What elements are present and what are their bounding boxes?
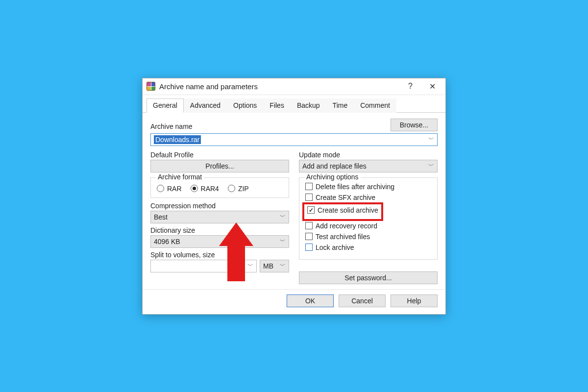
compression-method-label: Compression method	[150, 202, 289, 210]
tab-time[interactable]: Time	[326, 98, 354, 113]
help-icon[interactable]: ?	[399, 79, 421, 93]
dialog-title: Archive name and parameters	[159, 82, 399, 91]
chevron-down-icon: ﹀	[428, 135, 434, 144]
tab-panel-general: Archive name Browse... Downloads.rar ﹀ D…	[143, 113, 445, 289]
checkbox-icon	[307, 206, 315, 214]
default-profile-label: Default Profile	[150, 151, 289, 159]
compression-method-combo[interactable]: Best ﹀	[150, 211, 289, 223]
option-create-sfx-archive[interactable]: Create SFX archive	[305, 194, 431, 201]
split-size-combo[interactable]: ﹀	[150, 260, 257, 272]
ok-button[interactable]: OK	[287, 294, 334, 307]
set-password-button[interactable]: Set password...	[299, 271, 438, 284]
archive-name-label: Archive name	[150, 122, 386, 130]
archive-format-group: Archive format RARRAR4ZIP	[150, 177, 289, 198]
chevron-down-icon: ﹀	[280, 213, 286, 221]
checkbox-icon	[305, 222, 313, 229]
dictionary-size-combo[interactable]: 4096 KB ﹀	[150, 235, 289, 248]
tab-general[interactable]: General	[147, 98, 184, 113]
checkbox-icon	[305, 183, 313, 190]
help-button[interactable]: Help	[391, 294, 438, 307]
left-column: Default Profile Profiles... Archive form…	[150, 151, 289, 284]
option-add-recovery-record[interactable]: Add recovery record	[305, 222, 431, 230]
titlebar: Archive name and parameters ? ✕	[143, 78, 445, 95]
archive-name-value: Downloads.rar	[154, 135, 201, 144]
split-unit-combo[interactable]: MB ﹀	[260, 260, 289, 272]
checkbox-icon	[305, 233, 313, 240]
archive-name-combo[interactable]: Downloads.rar ﹀	[150, 133, 438, 146]
close-icon[interactable]: ✕	[421, 79, 443, 93]
tab-strip: GeneralAdvancedOptionsFilesBackupTimeCom…	[143, 98, 445, 113]
tab-options[interactable]: Options	[227, 98, 263, 113]
right-column: Update mode Add and replace files ﹀ Arch…	[299, 151, 438, 284]
chevron-down-icon: ﹀	[280, 237, 286, 245]
radio-icon	[157, 185, 164, 192]
option-delete-files-after-archiving[interactable]: Delete files after archiving	[305, 183, 431, 191]
chevron-down-icon: ﹀	[428, 162, 434, 170]
browse-button[interactable]: Browse...	[391, 119, 438, 131]
archiving-options-group: Archiving options Delete files after arc…	[299, 177, 438, 260]
dialog-buttons: OK Cancel Help	[143, 289, 445, 314]
cancel-button[interactable]: Cancel	[339, 294, 386, 307]
tab-comment[interactable]: Comment	[354, 98, 396, 113]
compression-stack: Compression method Best ﹀ Dictionary siz…	[150, 202, 289, 272]
tab-files[interactable]: Files	[263, 98, 291, 113]
format-radio-zip[interactable]: ZIP	[228, 185, 249, 193]
chevron-down-icon: ﹀	[280, 262, 286, 270]
archive-format-label: Archive format	[156, 173, 204, 181]
chevron-down-icon: ﹀	[247, 262, 253, 270]
archive-params-dialog: Archive name and parameters ? ✕ GeneralA…	[142, 78, 446, 315]
archiving-options-label: Archiving options	[304, 173, 361, 181]
checkbox-icon	[305, 194, 313, 201]
tab-advanced[interactable]: Advanced	[184, 98, 227, 113]
split-volumes-label: Split to volumes, size	[150, 251, 289, 259]
profiles-button[interactable]: Profiles...	[150, 160, 289, 172]
annotation-highlight: Create solid archive	[302, 202, 383, 221]
dictionary-size-label: Dictionary size	[150, 226, 289, 234]
format-radio-rar[interactable]: RAR	[157, 185, 182, 193]
update-mode-label: Update mode	[299, 151, 438, 159]
option-create-solid-archive[interactable]: Create solid archive	[307, 206, 378, 214]
checkbox-icon	[305, 244, 313, 251]
winrar-icon	[147, 82, 155, 91]
format-radio-rar4[interactable]: RAR4	[191, 185, 219, 193]
update-mode-combo[interactable]: Add and replace files ﹀	[299, 160, 438, 172]
radio-icon	[191, 185, 198, 192]
option-test-archived-files[interactable]: Test archived files	[305, 233, 431, 241]
tab-backup[interactable]: Backup	[291, 98, 326, 113]
radio-icon	[228, 185, 235, 192]
option-lock-archive[interactable]: Lock archive	[305, 244, 431, 251]
